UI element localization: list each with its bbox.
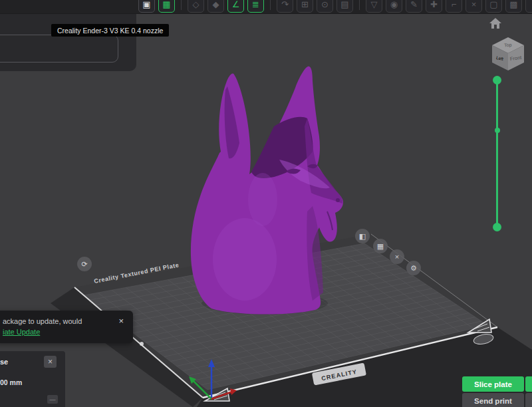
mesh-edit-icon[interactable]: ▢ bbox=[485, 0, 502, 13]
model-dog-bust[interactable] bbox=[191, 67, 343, 315]
top-toolbar: ▣▦◇◆∠≣↷⊞⊙▤▽◉✎✚⌐×▢▩◔A▧ bbox=[0, 0, 532, 14]
object-title: se bbox=[0, 358, 8, 366]
camera-icon[interactable]: ◉ bbox=[386, 0, 402, 13]
plate-arrange-icon[interactable]: ▦ bbox=[373, 239, 388, 253]
printer-tooltip: Creality Ender-3 V3 KE 0.4 nozzle bbox=[51, 24, 169, 37]
slicer-window: Creality Textured PEI Plate CREALITY bbox=[0, 0, 532, 407]
object-panel-close-icon[interactable]: × bbox=[44, 356, 57, 368]
toast-close-icon[interactable]: × bbox=[118, 316, 124, 326]
auto-orient-icon[interactable]: ◇ bbox=[188, 0, 204, 13]
toolbar-separator bbox=[359, 0, 360, 10]
arrange-icon[interactable]: ◆ bbox=[207, 0, 224, 13]
filament-dropdown[interactable]: e bbox=[0, 35, 118, 63]
object-dimension: 00 mm bbox=[0, 378, 22, 386]
plate-delete-icon[interactable]: × bbox=[390, 249, 404, 264]
slice-plate-button[interactable]: Slice plate bbox=[462, 376, 524, 392]
slice-options-dropdown[interactable] bbox=[525, 376, 532, 392]
add-part-icon[interactable]: ✚ bbox=[426, 0, 442, 13]
plate-lock-icon[interactable]: ◧ bbox=[355, 229, 370, 243]
cut-icon[interactable]: × bbox=[466, 0, 482, 13]
toolbar-separator bbox=[181, 0, 182, 10]
toolbar-separator bbox=[270, 0, 271, 10]
plate-type-icon[interactable]: ⟳ bbox=[77, 257, 92, 271]
view-cube[interactable]: Top Left Front bbox=[484, 32, 531, 73]
toolbar-icons: ▣▦◇◆∠≣↷⊞⊙▤▽◉✎✚⌐×▢▩◔A▧ bbox=[138, 0, 532, 13]
flatten-icon[interactable]: ↷ bbox=[277, 0, 293, 13]
timelapse-icon[interactable]: ◔ bbox=[525, 0, 532, 13]
send-print-button[interactable]: Send print bbox=[462, 393, 524, 407]
object-panel-minimize-icon[interactable]: — bbox=[47, 395, 58, 404]
plate-edge-marker bbox=[140, 342, 144, 346]
update-toast: ackage to update, would iate Update × bbox=[0, 311, 133, 343]
slider-top-handle[interactable] bbox=[493, 76, 501, 84]
slider-bottom-handle[interactable] bbox=[493, 223, 501, 231]
home-view-icon[interactable] bbox=[489, 17, 502, 29]
split-objects-icon[interactable]: ⊞ bbox=[297, 0, 313, 13]
toast-update-link[interactable]: iate Update bbox=[3, 328, 40, 336]
split-parts-icon[interactable]: ⊙ bbox=[317, 0, 333, 13]
add-model-icon[interactable]: ▣ bbox=[138, 0, 155, 13]
supports-icon[interactable]: ▽ bbox=[366, 0, 382, 13]
slider-mid-marker[interactable] bbox=[495, 128, 500, 133]
clipping-slider-track[interactable] bbox=[496, 80, 498, 227]
add-plate-icon[interactable]: ▦ bbox=[158, 0, 175, 13]
send-options-dropdown[interactable] bbox=[525, 393, 532, 407]
lay-on-face-icon[interactable]: ⌐ bbox=[446, 0, 462, 13]
measure-icon[interactable]: ∠ bbox=[227, 0, 244, 13]
plate-settings-icon[interactable]: ⚙ bbox=[406, 261, 421, 275]
paint-icon[interactable]: ✎ bbox=[406, 0, 422, 13]
toast-message: ackage to update, would bbox=[3, 317, 82, 325]
fill-plate-icon[interactable]: ▤ bbox=[336, 0, 353, 13]
object-info-panel: se 00 mm × — bbox=[0, 351, 65, 407]
object-list-icon[interactable]: ≣ bbox=[247, 0, 264, 13]
fuzzy-skin-icon[interactable]: ▩ bbox=[505, 0, 522, 13]
